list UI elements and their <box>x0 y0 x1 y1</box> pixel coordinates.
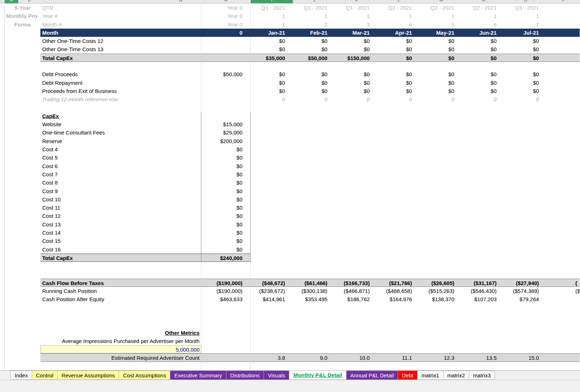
cell[interactable] <box>335 204 378 212</box>
cell[interactable] <box>293 245 335 254</box>
cell[interactable] <box>420 362 462 370</box>
row-label[interactable]: Debt Repayment <box>40 79 201 87</box>
cell[interactable] <box>335 320 378 328</box>
cell[interactable]: 15.0 <box>505 353 547 362</box>
cell[interactable]: Q1 - 2021 <box>293 4 335 12</box>
cell[interactable] <box>293 254 335 262</box>
cell[interactable] <box>505 162 547 170</box>
cell[interactable]: $164,976 <box>378 295 420 303</box>
cell[interactable] <box>293 112 335 120</box>
cell[interactable] <box>462 104 504 112</box>
cell[interactable]: $0 <box>462 79 504 87</box>
cell[interactable]: $0 <box>420 37 462 45</box>
cell[interactable]: ($31,167) <box>462 279 504 287</box>
cell[interactable]: $0 <box>251 79 293 87</box>
cell[interactable] <box>335 187 378 195</box>
cell[interactable] <box>420 304 462 312</box>
sheet-tab-cost-assumptions[interactable]: Cost Assumptions <box>119 371 170 380</box>
cell[interactable] <box>335 120 378 128</box>
cell[interactable] <box>201 312 251 320</box>
corner-cell[interactable] <box>5 320 40 328</box>
cell[interactable]: ($238,672) <box>251 287 293 295</box>
cell[interactable]: $0 <box>505 70 547 78</box>
row-label[interactable]: Trailing 12-month reference row <box>40 95 201 103</box>
corner-cell[interactable] <box>5 287 40 295</box>
cell[interactable] <box>547 312 580 320</box>
cell[interactable]: $15,000 <box>201 120 251 128</box>
row-label[interactable]: Other Metrics <box>40 329 201 337</box>
column-header-n[interactable]: N <box>462 0 505 4</box>
cell[interactable] <box>462 204 504 212</box>
cell[interactable] <box>335 104 378 112</box>
month-header-cell[interactable]: Apr-21 <box>378 29 420 37</box>
cell[interactable]: Q2 - 2021 <box>462 4 504 12</box>
cell[interactable] <box>547 270 580 279</box>
cell[interactable]: Year 0 <box>201 12 251 20</box>
cell[interactable] <box>505 137 547 145</box>
corner-cell[interactable] <box>5 62 40 70</box>
cell[interactable]: 4 <box>378 20 420 29</box>
cell[interactable]: $0 <box>420 87 462 95</box>
cell[interactable]: $0 <box>201 195 251 204</box>
cell[interactable]: 7 <box>505 20 547 29</box>
cell[interactable]: $0 <box>293 45 335 53</box>
cell[interactable]: $0 <box>505 79 547 87</box>
row-label[interactable]: Month <box>40 29 201 37</box>
cell[interactable] <box>293 145 335 153</box>
corner-cell[interactable] <box>5 104 40 112</box>
row-label[interactable]: Cost 4 <box>40 145 201 153</box>
cell[interactable]: $25,000 <box>201 128 251 137</box>
cell[interactable] <box>547 87 580 95</box>
corner-cell[interactable] <box>5 220 40 229</box>
corner-cell[interactable] <box>5 262 40 270</box>
row-label[interactable]: QTR. <box>40 4 201 12</box>
cell[interactable] <box>293 329 335 337</box>
cell[interactable] <box>462 195 504 204</box>
row-label[interactable]: Cost 5 <box>40 153 201 162</box>
cell[interactable] <box>335 178 378 187</box>
cell[interactable] <box>378 245 420 254</box>
cell[interactable]: $0 <box>462 37 504 45</box>
cell[interactable] <box>378 212 420 220</box>
cell[interactable]: ($48,672) <box>251 279 293 287</box>
cell[interactable] <box>251 245 293 254</box>
cell[interactable]: $150,000 <box>335 54 378 62</box>
cell[interactable]: $0 <box>201 178 251 187</box>
cell[interactable]: 3.8 <box>251 353 293 362</box>
cell[interactable] <box>462 153 504 162</box>
cell[interactable] <box>505 362 547 370</box>
cell[interactable]: ($21,786) <box>378 279 420 287</box>
cell[interactable]: $0 <box>462 87 504 95</box>
cell[interactable]: 13.5 <box>462 353 504 362</box>
cell[interactable] <box>378 254 420 262</box>
cell[interactable] <box>547 120 580 128</box>
cell[interactable]: ($61,466) <box>293 279 335 287</box>
cell[interactable]: 5 <box>420 20 462 29</box>
corner-cell[interactable] <box>5 145 40 153</box>
cell[interactable] <box>251 62 293 70</box>
cell[interactable] <box>293 204 335 212</box>
cell[interactable] <box>251 262 293 270</box>
cell[interactable] <box>251 212 293 220</box>
cell[interactable] <box>505 128 547 137</box>
corner-cell[interactable] <box>5 137 40 145</box>
month-header-cell[interactable]: Jan-21 <box>251 29 293 37</box>
cell[interactable] <box>420 245 462 254</box>
cell[interactable] <box>547 37 580 45</box>
cell[interactable]: $0 <box>462 54 504 62</box>
cell[interactable] <box>547 262 580 270</box>
sheet-tab-revenue-assumptions[interactable]: Revenue Assumptions <box>57 371 119 380</box>
cell[interactable] <box>505 304 547 312</box>
cell[interactable] <box>420 178 462 187</box>
cell[interactable] <box>293 270 335 279</box>
cell[interactable] <box>547 195 580 204</box>
row-label[interactable]: Cost 12 <box>40 212 201 220</box>
cell[interactable] <box>335 229 378 237</box>
cell[interactable] <box>378 304 420 312</box>
cell[interactable] <box>547 20 580 29</box>
cell[interactable]: Year 0 <box>201 4 251 12</box>
cell[interactable] <box>293 137 335 145</box>
cell[interactable] <box>420 128 462 137</box>
cell[interactable]: $0 <box>201 187 251 195</box>
sheet-tab-matrix3[interactable]: matrix3 <box>469 371 495 380</box>
